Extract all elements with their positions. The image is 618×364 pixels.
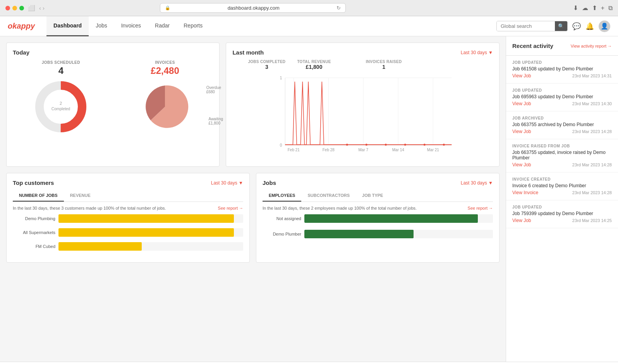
view-activity-report-link[interactable]: View activity report → [571, 44, 612, 48]
jobs-bar-label-2: Demo Plumber [263, 232, 301, 236]
browser-dots [5, 6, 24, 10]
activity-time-1: 23rd Mar 2023 14:31 [572, 73, 612, 78]
nav-reports[interactable]: Reports [177, 16, 209, 36]
customers-tab-jobs[interactable]: NUMBER OF JOBS [13, 190, 64, 202]
jobs-completed-value: 3 [248, 64, 285, 70]
bar-fill-1 [58, 214, 234, 223]
activity-desc-1: Job 661508 updated by Demo Plumber [512, 66, 612, 72]
svg-point-21 [385, 144, 387, 146]
activity-link-3[interactable]: View Job [512, 129, 531, 134]
customers-tab-revenue[interactable]: REVENUE [64, 190, 97, 202]
bar-track-1 [58, 214, 243, 223]
jobs-bar-row-1: Not assigned [263, 214, 493, 223]
activity-desc-3: Job 663755 archived by Demo Plumber [512, 122, 612, 127]
jobs-completed-stat: JOBS COMPLETED 3 [248, 60, 285, 70]
activity-footer-5: View Invoice 23rd Mar 2023 14:28 [512, 190, 612, 195]
address-bar[interactable]: 🔒 dashboard.okappy.com ↻ [160, 3, 346, 13]
svg-point-22 [404, 144, 406, 146]
activity-item-1: JOB UPDATED Job 661508 updated by Demo P… [506, 56, 618, 84]
activity-link-2[interactable]: View Job [512, 101, 531, 106]
nav-dashboard[interactable]: Dashboard [46, 16, 89, 36]
logo[interactable]: okappy [8, 22, 35, 31]
chat-icon[interactable]: 💬 [572, 22, 581, 31]
jobs-bar-fill-2 [304, 230, 414, 238]
pie-chart [136, 78, 194, 136]
svg-text:0: 0 [280, 143, 282, 147]
today-content: JOBS SCHEDULED 4 2 Completed [13, 60, 213, 137]
activity-item-4: INVOICE RAISED FROM JOB Job 663755 updat… [506, 139, 618, 173]
nav-radar[interactable]: Radar [148, 16, 177, 36]
add-tab-icon[interactable]: + [601, 5, 604, 12]
overdue-legend: Overdue [206, 85, 221, 90]
jobs-bar-chart: Not assigned Demo Plumber [263, 214, 493, 238]
nav-invoices[interactable]: Invoices [114, 16, 148, 36]
jobs-bar-fill-1 [304, 214, 478, 223]
activity-time-4: 23rd Mar 2023 14:28 [572, 162, 612, 167]
customers-see-report[interactable]: See report → [218, 206, 243, 210]
jobs-info: In the last 30 days, these 2 employees m… [263, 206, 493, 210]
notification-icon[interactable]: 🔔 [585, 22, 594, 31]
activity-time-5: 23rd Mar 2023 14:28 [572, 190, 612, 195]
jobs-tab-subcontractors[interactable]: SUBCONTRACTORS [301, 190, 356, 202]
top-customers-period-btn[interactable]: Last 30 days ▼ [211, 180, 243, 186]
invoices-raised-value: 1 [366, 64, 402, 70]
last-month-card: Last month Last 30 days ▼ JOBS COMPLETED… [226, 43, 500, 167]
nav-jobs[interactable]: Jobs [89, 16, 114, 36]
activity-type-6: JOB UPDATED [512, 205, 612, 209]
total-revenue-stat: TOTAL REVENUE £1,800 [297, 60, 331, 70]
jobs-see-report[interactable]: See report → [468, 206, 493, 210]
activity-time-6: 23rd Mar 2023 14:25 [572, 218, 612, 223]
app-header: okappy Dashboard Jobs Invoices Radar Rep… [0, 16, 618, 36]
jobs-title: Jobs [263, 179, 276, 186]
activity-time-3: 23rd Mar 2023 14:28 [572, 129, 612, 134]
svg-point-23 [424, 144, 426, 146]
bar-track-2 [58, 228, 243, 237]
activity-footer-2: View Job 23rd Mar 2023 14:30 [512, 101, 612, 106]
activity-desc-2: Job 695963 updated by Demo Plumber [512, 94, 612, 99]
jobs-tab-employees[interactable]: EMPLOYEES [263, 190, 301, 202]
cloud-icon[interactable]: ☁ [582, 4, 588, 12]
dot-yellow[interactable] [12, 6, 17, 10]
activity-desc-5: Invoice 6 created by Demo Plumber [512, 183, 612, 188]
forward-button[interactable]: › [43, 5, 45, 11]
top-row: Today JOBS SCHEDULED 4 2 [6, 43, 500, 167]
tabs-icon[interactable]: ⧉ [608, 5, 613, 12]
activity-link-4[interactable]: View Job [512, 162, 531, 167]
activity-type-4: INVOICE RAISED FROM JOB [512, 144, 612, 148]
top-customers-card: Top customers Last 30 days ▼ NUMBER OF J… [6, 173, 250, 263]
main-nav: Dashboard Jobs Invoices Radar Reports [46, 16, 209, 36]
last-month-period-btn[interactable]: Last 30 days ▼ [461, 50, 493, 55]
activity-time-2: 23rd Mar 2023 14:30 [572, 101, 612, 106]
app-footer: Powered by the Okappy network | ● Help a… [0, 362, 618, 364]
share-icon[interactable]: ⬆ [592, 4, 597, 12]
last-month-title: Last month [232, 49, 264, 56]
dot-red[interactable] [5, 6, 10, 10]
avatar[interactable]: 👤 [599, 21, 610, 32]
invoices-raised-label: INVOICES RAISED [366, 60, 402, 64]
download-icon[interactable]: ⬇ [573, 4, 578, 12]
line-chart: 1 0 Feb 21 Feb 28 Mar 7 Mar 14 Mar 21 [232, 74, 493, 159]
activity-link-5[interactable]: View Invoice [512, 190, 538, 195]
recent-activity-panel: Recent activity View activity report → J… [506, 36, 618, 362]
total-revenue-value: £1,800 [297, 64, 331, 70]
url-text: dashboard.okappy.com [173, 5, 334, 11]
dot-green[interactable] [19, 6, 24, 10]
invoices-label: INVOICES [136, 60, 194, 65]
jobs-period-btn[interactable]: Last 30 days ▼ [461, 180, 493, 186]
refresh-icon[interactable]: ↻ [336, 5, 341, 11]
activity-footer-1: View Job 23rd Mar 2023 14:31 [512, 73, 612, 79]
jobs-tab-job-type[interactable]: JOB TYPE [356, 190, 389, 202]
activity-link-6[interactable]: View Job [512, 218, 531, 223]
activity-link-1[interactable]: View Job [512, 73, 531, 79]
svg-text:1: 1 [280, 76, 282, 80]
search-button[interactable]: 🔍 [555, 21, 567, 31]
jobs-tabs: EMPLOYEES SUBCONTRACTORS JOB TYPE [263, 190, 493, 202]
svg-text:Feb 21: Feb 21 [288, 148, 300, 152]
jobs-card: Jobs Last 30 days ▼ EMPLOYEES SUBCONTRAC… [256, 173, 500, 263]
invoices-section: INVOICES £2,480 [136, 60, 194, 137]
search-input[interactable] [497, 21, 555, 31]
sidebar-toggle-icon[interactable]: ⬜ [28, 5, 35, 12]
chart-stats: JOBS COMPLETED 3 TOTAL REVENUE £1,800 IN… [232, 60, 493, 70]
back-button[interactable]: ‹ [39, 5, 41, 11]
customers-info-text: In the last 30 days, these 3 customers m… [13, 206, 166, 210]
